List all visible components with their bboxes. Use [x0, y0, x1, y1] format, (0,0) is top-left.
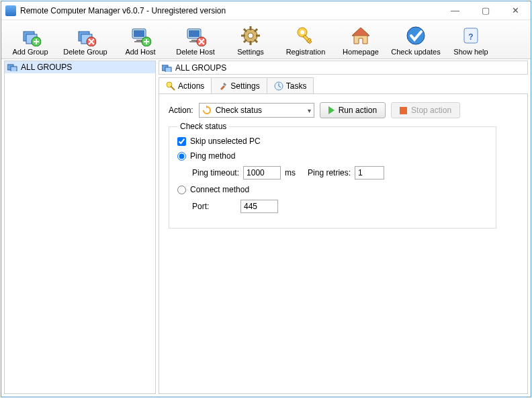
- check-updates-icon: [405, 25, 427, 46]
- window-title: Remote Computer Manager v6.0.7 - Unregis…: [20, 6, 440, 15]
- gear-icon: [240, 25, 261, 46]
- tab-content: Action: Check status ▾ Run action: [159, 94, 528, 394]
- delete-group-icon: [75, 25, 96, 46]
- delete-group-button[interactable]: Delete Group: [58, 22, 113, 58]
- svg-line-28: [255, 29, 257, 32]
- svg-line-29: [244, 40, 247, 42]
- svg-rect-17: [191, 40, 197, 41]
- svg-rect-10: [136, 40, 142, 41]
- action-label: Action:: [169, 106, 193, 115]
- chevron-down-icon: ▾: [308, 107, 311, 114]
- connect-method-label: Connect method: [190, 185, 249, 194]
- connect-method-radio[interactable]: [177, 186, 186, 194]
- ping-timeout-label: Ping timeout:: [192, 168, 239, 177]
- svg-point-36: [407, 27, 425, 44]
- port-label: Port:: [192, 202, 236, 211]
- homepage-button[interactable]: Homepage: [333, 22, 388, 58]
- wand-icon: [166, 81, 175, 91]
- home-icon: [350, 25, 371, 46]
- svg-rect-40: [11, 67, 17, 71]
- action-selected: Check status: [216, 106, 262, 115]
- svg-rect-42: [165, 67, 171, 72]
- add-host-icon: [130, 25, 151, 46]
- stop-action-label: Stop action: [411, 106, 451, 115]
- tab-actions-label: Actions: [178, 81, 204, 91]
- ping-method-label: Ping method: [190, 151, 235, 161]
- refresh-icon: [202, 106, 212, 115]
- svg-text:?: ?: [468, 32, 473, 42]
- tab-actions[interactable]: Actions: [159, 77, 212, 93]
- tab-tasks-label: Tasks: [286, 81, 307, 91]
- delete-host-button[interactable]: Delete Host: [168, 22, 223, 58]
- content-header: ALL GROUPS: [159, 61, 528, 75]
- registration-label: Registration: [286, 48, 326, 56]
- svg-rect-14: [144, 41, 149, 42]
- svg-line-27: [255, 40, 257, 42]
- play-icon: [328, 106, 335, 114]
- settings-button[interactable]: Settings: [223, 22, 278, 58]
- add-group-icon: [19, 25, 41, 46]
- ping-timeout-unit: ms: [285, 168, 296, 177]
- run-action-button[interactable]: Run action: [320, 102, 386, 118]
- close-button[interactable]: ✕: [500, 1, 531, 20]
- check-updates-button[interactable]: Check updates: [388, 22, 443, 58]
- tools-icon: [218, 81, 228, 91]
- tab-settings-label: Settings: [230, 81, 259, 91]
- app-icon: [5, 5, 16, 16]
- help-icon: ?: [460, 25, 482, 46]
- run-action-label: Run action: [339, 106, 377, 115]
- maximize-button[interactable]: ▢: [470, 1, 500, 20]
- svg-marker-35: [352, 28, 369, 36]
- svg-rect-9: [134, 30, 144, 37]
- show-help-label: Show help: [453, 48, 488, 56]
- group-icon: [7, 62, 18, 73]
- group-icon: [162, 63, 173, 73]
- add-host-button[interactable]: Add Host: [113, 22, 168, 58]
- add-group-button[interactable]: Add Group: [3, 22, 58, 58]
- tree-root-item[interactable]: ALL GROUPS: [5, 61, 155, 73]
- port-input[interactable]: [240, 200, 278, 213]
- groups-tree[interactable]: ALL GROUPS: [4, 61, 156, 394]
- tab-tasks[interactable]: Tasks: [267, 77, 314, 93]
- key-icon: [295, 25, 316, 46]
- check-status-fieldset: Check status Skip unselected PC Ping met…: [169, 126, 496, 229]
- ping-method-radio[interactable]: [177, 152, 186, 161]
- add-host-label: Add Host: [125, 48, 155, 56]
- registration-button[interactable]: Registration: [278, 22, 333, 58]
- fieldset-legend: Check status: [177, 122, 229, 131]
- skip-unselected-label: Skip unselected PC: [190, 136, 261, 146]
- delete-host-label: Delete Host: [176, 48, 214, 56]
- action-combobox[interactable]: Check status ▾: [199, 103, 314, 118]
- toolbar: Add Group Delete Group Add Host Delete H…: [1, 20, 531, 59]
- ping-retries-input[interactable]: [355, 166, 384, 180]
- ping-timeout-input[interactable]: [243, 166, 281, 180]
- ping-retries-label: Ping retries:: [308, 168, 351, 177]
- svg-rect-4: [34, 41, 39, 42]
- svg-line-26: [244, 29, 247, 32]
- show-help-button[interactable]: ? Show help: [443, 22, 498, 58]
- svg-line-44: [171, 86, 175, 90]
- tree-root-label: ALL GROUPS: [21, 63, 72, 72]
- clock-icon: [274, 81, 283, 91]
- tabstrip: Actions Settings Tasks: [159, 77, 528, 94]
- skip-unselected-checkbox[interactable]: [177, 137, 186, 146]
- titlebar: Remote Computer Manager v6.0.7 - Unregis…: [1, 1, 531, 20]
- settings-label: Settings: [237, 48, 264, 56]
- svg-point-31: [300, 30, 304, 34]
- add-group-label: Add Group: [12, 48, 48, 56]
- tab-settings[interactable]: Settings: [211, 77, 267, 93]
- svg-rect-16: [189, 30, 200, 37]
- homepage-label: Homepage: [343, 48, 379, 56]
- delete-group-label: Delete Group: [63, 48, 107, 56]
- minimize-button[interactable]: —: [440, 1, 470, 20]
- stop-action-button: Stop action: [391, 102, 460, 118]
- stop-icon: [400, 107, 407, 114]
- delete-host-icon: [185, 25, 206, 46]
- check-updates-label: Check updates: [391, 48, 440, 56]
- content-header-label: ALL GROUPS: [175, 63, 226, 73]
- svg-point-21: [248, 33, 253, 38]
